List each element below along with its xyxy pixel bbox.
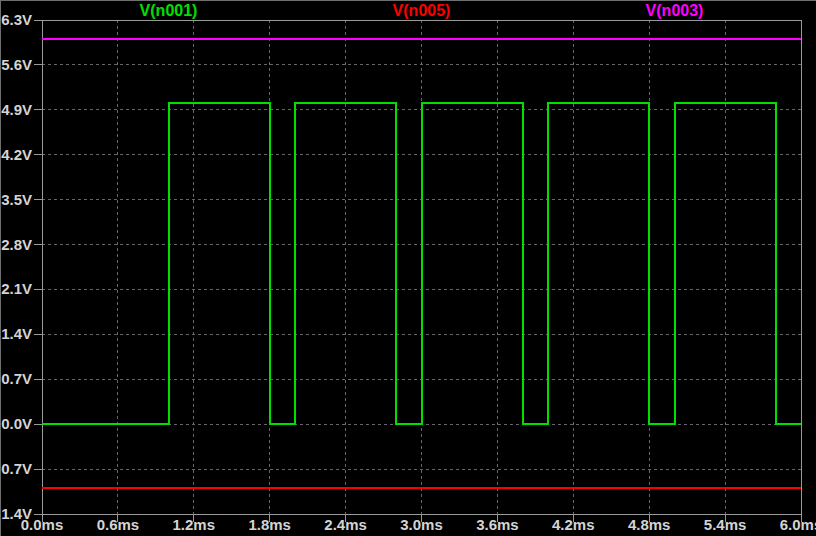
y-axis-tick-label: 4.9V <box>1 101 32 118</box>
x-axis-tick-label: 6.0ms <box>780 516 816 533</box>
y-axis-tick-label: 3.5V <box>1 191 32 208</box>
y-axis-tick-label: 2.1V <box>1 280 32 297</box>
y-axis-tick-label: -1.4V <box>1 505 32 522</box>
x-axis-tick-label: 5.4ms <box>704 516 747 533</box>
x-axis-tick-label: 3.6ms <box>476 516 519 533</box>
trace-1[interactable] <box>42 103 801 424</box>
x-axis-tick-label: 1.8ms <box>248 516 291 533</box>
waveform-plot[interactable]: 0.0ms0.6ms1.2ms1.8ms2.4ms3.0ms3.6ms4.2ms… <box>1 1 816 536</box>
x-axis-tick-label: 4.8ms <box>628 516 671 533</box>
y-axis-tick-label: 1.4V <box>1 325 32 342</box>
y-axis-tick-label: 0.7V <box>1 370 32 387</box>
y-axis-tick-label: 4.2V <box>1 146 32 163</box>
waveform-viewer-pane: V(n001)V(n005)V(n003) 0.0ms0.6ms1.2ms1.8… <box>0 0 816 536</box>
y-axis-tick-label: -0.7V <box>1 460 32 477</box>
x-axis-tick-label: 1.2ms <box>173 516 216 533</box>
y-axis-tick-label: 0.0V <box>1 415 32 432</box>
x-axis-tick-label: 0.6ms <box>97 516 140 533</box>
x-axis-tick-label: 2.4ms <box>324 516 367 533</box>
x-axis-tick-label: 3.0ms <box>400 516 443 533</box>
x-axis-tick-label: 4.2ms <box>552 516 595 533</box>
y-axis-tick-label: 5.6V <box>1 56 32 73</box>
y-axis-tick-label: 6.3V <box>1 11 32 28</box>
y-axis-tick-label: 2.8V <box>1 236 32 253</box>
